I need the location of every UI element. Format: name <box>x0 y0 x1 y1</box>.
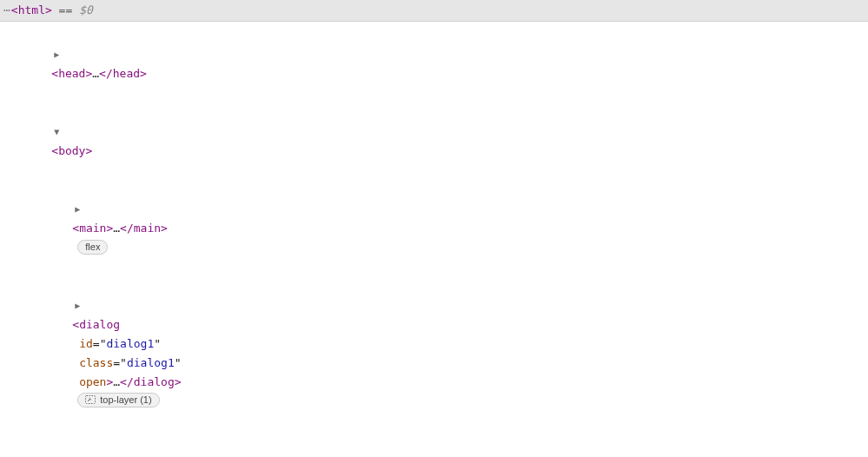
collapse-arrow[interactable]: ▼ <box>51 123 62 142</box>
dialog1-node[interactable]: ▶ <dialog id="dialog1" class="dialog1" o… <box>0 276 868 430</box>
equals: == <box>52 3 79 17</box>
dollar-zero: $0 <box>79 3 93 17</box>
expand-arrow[interactable]: ▶ <box>72 200 83 219</box>
body-node[interactable]: ▼ <body> <box>0 103 868 180</box>
expand-arrow[interactable]: ▶ <box>51 45 62 64</box>
overflow-dots: ⋯ <box>3 3 11 17</box>
collapse-arrow[interactable]: ▼ <box>72 450 83 457</box>
main-node[interactable]: ▶ <main>…</main> flex <box>0 180 868 276</box>
dom-tree[interactable]: ▶ <head>…</head> ▼ <body> ▶ <main>…</mai… <box>0 22 868 457</box>
top-layer-1-badge[interactable]: top-layer (1) <box>77 393 159 407</box>
expand-arrow[interactable]: ▶ <box>72 296 83 315</box>
head-node[interactable]: ▶ <head>…</head> <box>0 25 868 103</box>
flex-badge[interactable]: flex <box>77 240 108 255</box>
selected-node-bar[interactable]: ⋯<html> == $0 <box>0 0 868 22</box>
html-tag: <html> <box>11 3 52 17</box>
dialog2-node[interactable]: ▼ <dialog id="dialog2" class="dialog2 hi… <box>0 430 868 457</box>
reveal-icon <box>85 395 96 404</box>
